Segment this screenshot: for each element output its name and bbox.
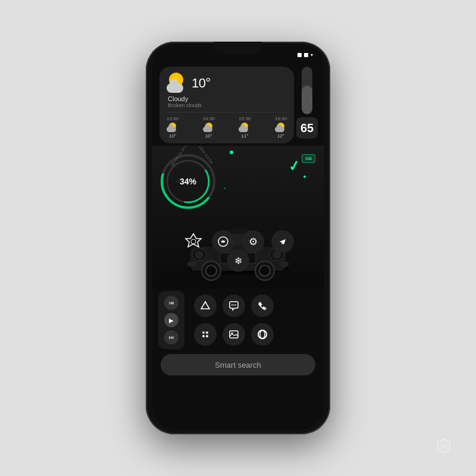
notch — [214, 42, 262, 55]
snowflake-icon[interactable]: ❄ — [227, 249, 249, 272]
dot-decoration — [303, 176, 306, 178]
svg-rect-15 — [187, 262, 196, 267]
svg-point-14 — [259, 265, 270, 276]
ring-percent: 34% — [180, 177, 196, 186]
media-player: ⏮ ▶ ⏭ — [158, 291, 184, 349]
side-widgets: 65 — [294, 61, 324, 139]
weather-widget: 10° Cloudy Broken clouds 13:30 10° 1 — [159, 67, 294, 143]
svg-point-26 — [202, 331, 205, 334]
svg-marker-36 — [442, 444, 446, 448]
forecast-icon-0 — [167, 123, 178, 132]
svg-point-25 — [235, 305, 236, 306]
forecast-item: 15:30 11° — [239, 116, 250, 139]
messages-icon[interactable] — [223, 295, 245, 317]
next-button[interactable]: ⏭ — [164, 330, 178, 345]
svg-point-12 — [206, 265, 217, 276]
forecast-icon-1 — [203, 123, 215, 132]
dropdown-icon: ▾ — [311, 52, 313, 58]
search-bar[interactable]: Smart search — [161, 354, 315, 375]
weather-forecast: 13:30 10° 14:30 10° 15:30 — [167, 112, 287, 139]
temperature: 10° — [192, 76, 211, 90]
dot-decoration — [230, 151, 233, 154]
weather-sub-condition: Broken clouds — [168, 102, 287, 108]
svg-point-27 — [206, 331, 208, 334]
gallery-icon[interactable] — [223, 323, 245, 346]
svg-marker-17 — [186, 234, 201, 247]
opera-icon[interactable] — [251, 323, 274, 346]
phone-frame: ▾ 10° Cloudy Broken clouds — [146, 42, 330, 434]
app-launcher-icon[interactable] — [194, 323, 217, 346]
svg-rect-16 — [280, 262, 289, 267]
checkmark-icon: ✓ — [287, 156, 302, 175]
forecast-item: 16:30 12° — [275, 116, 287, 139]
forecast-item: 13:30 10° — [167, 116, 178, 139]
svg-point-24 — [233, 305, 234, 306]
status-icons: ▾ — [298, 52, 313, 58]
phone-icon[interactable] — [251, 295, 274, 317]
app-store-icon[interactable] — [194, 295, 217, 317]
wifi-icon — [304, 53, 308, 57]
svg-point-28 — [202, 335, 205, 337]
car-area: 34% GB left: 15.19 GB Used: 4.9 GB G6 ✓ — [152, 146, 324, 289]
svg-point-23 — [231, 305, 233, 306]
screen: ▾ 10° Cloudy Broken clouds — [152, 44, 324, 430]
search-label: Smart search — [215, 361, 261, 369]
media-and-grid: ⏮ ▶ ⏭ — [158, 291, 318, 349]
volume-slider[interactable] — [302, 67, 312, 114]
signal-icon — [298, 53, 302, 57]
watermark-icon — [436, 438, 452, 458]
g6-badge: G6 — [302, 154, 315, 163]
forecast-icon-3 — [275, 123, 287, 132]
forecast-item: 14:30 10° — [203, 116, 215, 139]
weather-condition: Cloudy — [168, 95, 287, 102]
svg-point-33 — [260, 330, 265, 339]
play-button[interactable]: ▶ — [164, 313, 178, 327]
telegram-icon[interactable] — [271, 230, 294, 253]
weather-icon — [167, 73, 188, 94]
custom-logo-icon[interactable] — [182, 230, 205, 253]
forecast-icon-2 — [239, 123, 250, 132]
svg-point-18 — [191, 239, 196, 244]
app-grid — [194, 295, 274, 346]
prev-button[interactable]: ⏮ — [164, 296, 178, 310]
svg-rect-30 — [230, 331, 238, 338]
svg-point-29 — [206, 335, 208, 337]
dot-decoration — [224, 187, 226, 189]
svg-point-32 — [258, 330, 267, 339]
number-widget: 65 — [296, 117, 318, 139]
